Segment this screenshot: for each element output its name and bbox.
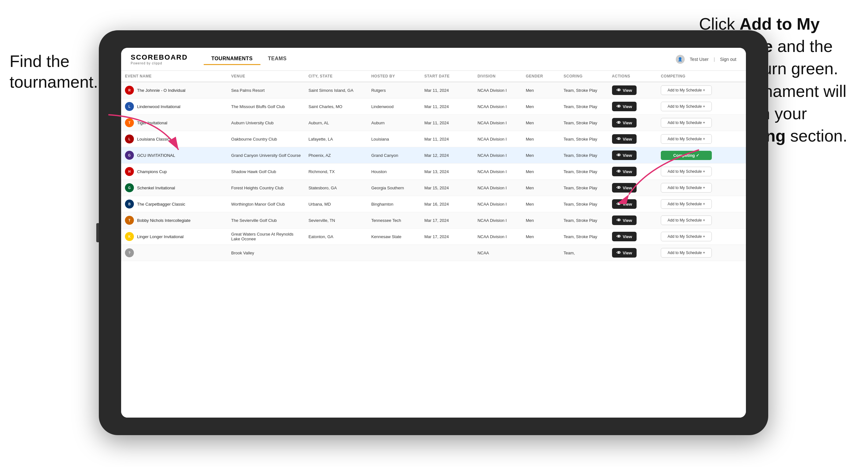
cell-gender-10 [522,245,560,261]
table-head: EVENT NAME VENUE CITY, STATE HOSTED BY S… [121,71,746,82]
view-button-6[interactable]: 👁View [612,183,637,192]
cell-division-1: NCAA Division I [474,98,522,115]
tab-tournaments[interactable]: TOURNAMENTS [204,53,260,65]
view-button-9[interactable]: 👁View [612,232,637,241]
cell-gender-6: Men [522,180,560,196]
table-row: LLindenwood InvitationalThe Missouri Blu… [121,98,746,115]
col-header-event: EVENT NAME [121,71,227,82]
add-schedule-button-0[interactable]: Add to My Schedule + [661,86,712,95]
cell-division-3: NCAA Division I [474,131,522,147]
col-header-scoring: SCORING [560,71,608,82]
add-schedule-button-7[interactable]: Add to My Schedule + [661,199,712,209]
view-label: View [623,104,632,109]
view-button-3[interactable]: 👁View [612,134,637,144]
table-row: RThe Johnnie - O IndividualSea Palms Res… [121,82,746,98]
cell-event-10: ? [121,245,227,261]
col-header-division: DIVISION [474,71,522,82]
cell-hosted-7: Binghamton [368,196,421,212]
col-header-venue: VENUE [227,71,304,82]
cell-venue-5: Shadow Hawk Golf Club [227,163,304,180]
add-schedule-button-10[interactable]: Add to My Schedule + [661,248,712,257]
view-button-7[interactable]: 👁View [612,199,637,209]
table-row: GSchenkel InvitationalForest Heights Cou… [121,180,746,196]
cell-competing-5: Add to My Schedule + [657,163,746,180]
cell-scoring-4: Team, Stroke Play [560,147,608,163]
cell-venue-6: Forest Heights Country Club [227,180,304,196]
cell-hosted-9: Kennesaw State [368,228,421,245]
add-schedule-button-8[interactable]: Add to My Schedule + [661,216,712,225]
team-logo-9: K [125,232,134,241]
cell-scoring-9: Team, Stroke Play [560,228,608,245]
view-button-0[interactable]: 👁View [612,86,637,95]
event-name-0: The Johnnie - O Individual [137,88,186,93]
cell-actions-1: 👁View [608,98,657,115]
cell-event-6: GSchenkel Invitational [121,180,227,196]
cell-hosted-2: Auburn [368,115,421,131]
cell-scoring-3: Team, Stroke Play [560,131,608,147]
cell-competing-7: Add to My Schedule + [657,196,746,212]
col-header-date: START DATE [421,71,474,82]
cell-competing-9: Add to My Schedule + [657,228,746,245]
eye-icon: 👁 [617,136,621,142]
team-logo-3: L [125,134,134,144]
team-logo-7: B [125,199,134,209]
cell-actions-10: 👁View [608,245,657,261]
table-row: BThe Carpetbagger ClassicWorthington Man… [121,196,746,212]
cell-venue-1: The Missouri Bluffs Golf Club [227,98,304,115]
competing-button-4[interactable]: Competing ✓ [661,151,712,160]
cell-city-9: Eatonton, GA [305,228,368,245]
view-button-4[interactable]: 👁View [612,151,637,160]
cell-hosted-1: Lindenwood [368,98,421,115]
cell-venue-9: Great Waters Course At Reynolds Lake Oco… [227,228,304,245]
team-logo-5: H [125,167,134,176]
sign-out-link[interactable]: Sign out [720,57,736,62]
team-logo-4: G [125,151,134,160]
cell-city-10 [305,245,368,261]
view-button-5[interactable]: 👁View [612,167,637,176]
add-schedule-button-1[interactable]: Add to My Schedule + [661,102,712,111]
view-button-10[interactable]: 👁View [612,248,637,257]
cell-scoring-1: Team, Stroke Play [560,98,608,115]
tab-teams[interactable]: TEAMS [260,53,294,65]
view-label: View [623,202,632,207]
logo-text: SCOREBOARD [131,53,188,62]
cell-date-5: Mar 13, 2024 [421,163,474,180]
cell-hosted-8: Tennessee Tech [368,212,421,228]
view-label: View [623,234,632,239]
cell-city-8: Sevierville, TN [305,212,368,228]
view-button-8[interactable]: 👁View [612,216,637,225]
cell-gender-0: Men [522,82,560,98]
add-schedule-button-5[interactable]: Add to My Schedule + [661,167,712,176]
cell-event-4: GGCU INVITATIONAL [121,147,227,163]
cell-hosted-6: Georgia Southern [368,180,421,196]
cell-venue-3: Oakbourne Country Club [227,131,304,147]
add-schedule-button-2[interactable]: Add to My Schedule + [661,118,712,127]
cell-scoring-0: Team, Stroke Play [560,82,608,98]
cell-scoring-8: Team, Stroke Play [560,212,608,228]
cell-actions-2: 👁View [608,115,657,131]
view-button-2[interactable]: 👁View [612,118,637,127]
add-schedule-button-9[interactable]: Add to My Schedule + [661,232,712,241]
cell-gender-8: Men [522,212,560,228]
eye-icon: 👁 [617,153,621,158]
cell-division-2: NCAA Division I [474,115,522,131]
eye-icon: 👁 [617,104,621,109]
cell-hosted-4: Grand Canyon [368,147,421,163]
view-label: View [623,88,632,93]
event-name-8: Bobby Nichols Intercollegiate [137,218,191,223]
avatar: 👤 [676,55,685,64]
cell-city-3: Lafayette, LA [305,131,368,147]
table-row: ?Brook ValleyNCAATeam,👁ViewAdd to My Sch… [121,245,746,261]
cell-scoring-10: Team, [560,245,608,261]
cell-actions-8: 👁View [608,212,657,228]
cell-division-6: NCAA Division I [474,180,522,196]
add-schedule-button-3[interactable]: Add to My Schedule + [661,134,712,144]
cell-venue-4: Grand Canyon University Golf Course [227,147,304,163]
view-label: View [623,137,632,142]
cell-event-3: LLouisiana Classics [121,131,227,147]
user-name: Test User [690,57,709,62]
tablet-frame: SCOREBOARD Powered by clippd TOURNAMENTS… [99,30,768,435]
add-schedule-button-6[interactable]: Add to My Schedule + [661,183,712,192]
view-button-1[interactable]: 👁View [612,102,637,111]
col-header-actions: ACTIONS [608,71,657,82]
